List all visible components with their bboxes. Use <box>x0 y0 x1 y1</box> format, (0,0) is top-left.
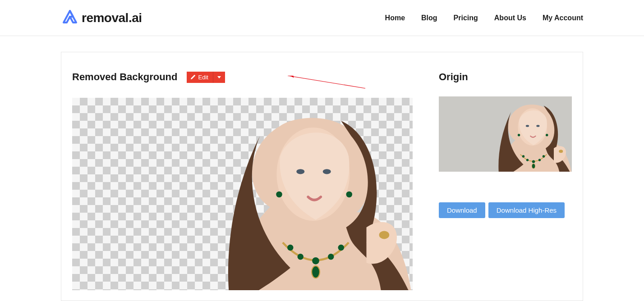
svg-point-2 <box>296 169 304 174</box>
result-header: Removed Background Edit <box>72 71 413 83</box>
svg-point-17 <box>526 159 529 161</box>
edit-button-label: Edit <box>198 74 208 81</box>
svg-point-20 <box>543 155 545 157</box>
origin-subject <box>493 96 572 172</box>
svg-point-7 <box>328 254 334 260</box>
svg-point-5 <box>298 254 304 260</box>
download-button[interactable]: Download <box>439 202 485 218</box>
svg-point-23 <box>518 134 520 136</box>
svg-point-16 <box>522 155 524 157</box>
nav-home[interactable]: Home <box>385 14 405 22</box>
svg-line-0 <box>288 76 365 88</box>
nav-about[interactable]: About Us <box>494 14 526 22</box>
svg-point-9 <box>312 266 320 278</box>
origin-panel: Origin <box>439 71 572 301</box>
svg-point-12 <box>346 192 353 198</box>
svg-point-11 <box>276 192 282 198</box>
subject-cutout <box>214 98 413 290</box>
download-row: Download Download High-Res <box>439 202 572 218</box>
nav: Home Blog Pricing About Us My Account <box>385 14 583 22</box>
pencil-icon <box>190 74 196 80</box>
logo[interactable]: removal.ai <box>61 9 142 27</box>
header: removal.ai Home Blog Pricing About Us My… <box>0 0 644 36</box>
svg-point-8 <box>338 245 345 251</box>
annotation-arrow <box>284 76 365 89</box>
edit-button-group: Edit <box>187 72 225 83</box>
result-panel: Removed Background Edit <box>72 71 413 301</box>
nav-blog[interactable]: Blog <box>421 14 437 22</box>
svg-point-3 <box>323 169 331 174</box>
nav-account[interactable]: My Account <box>543 14 583 22</box>
edit-button[interactable]: Edit <box>187 72 213 83</box>
origin-image[interactable] <box>439 96 572 172</box>
caret-down-icon <box>217 75 221 79</box>
download-hires-button[interactable]: Download High-Res <box>488 202 565 218</box>
logo-icon <box>61 9 79 27</box>
svg-point-21 <box>532 164 535 169</box>
svg-point-10 <box>379 231 390 239</box>
result-image[interactable] <box>72 98 413 290</box>
svg-point-19 <box>538 159 541 161</box>
svg-point-24 <box>546 134 548 136</box>
edit-dropdown-button[interactable] <box>213 72 225 83</box>
result-title: Removed Background <box>72 71 178 83</box>
svg-point-4 <box>287 245 294 251</box>
logo-text: removal.ai <box>82 11 142 25</box>
result-card: Removed Background Edit <box>61 52 583 301</box>
svg-point-18 <box>532 160 535 163</box>
origin-title: Origin <box>439 71 572 83</box>
svg-point-15 <box>536 125 539 127</box>
svg-point-14 <box>526 125 529 127</box>
svg-point-22 <box>559 150 563 153</box>
svg-point-6 <box>312 257 319 265</box>
nav-pricing[interactable]: Pricing <box>454 14 478 22</box>
